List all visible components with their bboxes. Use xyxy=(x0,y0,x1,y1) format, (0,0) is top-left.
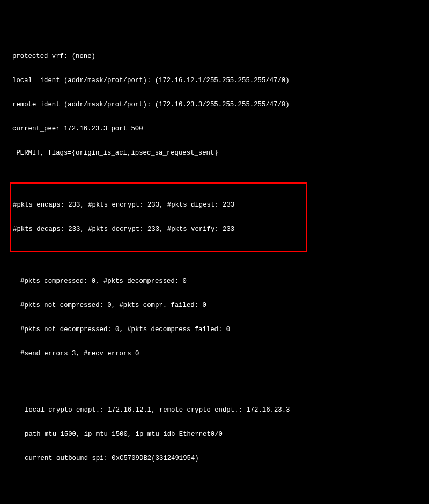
pkts-highlight-box: #pkts encaps: 233, #pkts encrypt: 233, #… xyxy=(10,182,307,252)
terminal-output: protected vrf: (none) local ident (addr/… xyxy=(4,36,429,504)
pkts-not-decompressed: #pkts not decompressed: 0, #pkts decompr… xyxy=(4,326,429,334)
pkts-not-compressed: #pkts not compressed: 0, #pkts compr. fa… xyxy=(4,302,429,310)
remote-ident: remote ident (addr/mask/prot/port): (172… xyxy=(4,101,429,109)
current-peer: current_peer 172.16.23.3 port 500 xyxy=(4,125,429,133)
path-mtu: path mtu 1500, ip mtu 1500, ip mtu idb E… xyxy=(4,430,429,439)
protected-vrf: protected vrf: (none) xyxy=(4,53,429,61)
local-ident: local ident (addr/mask/prot/port): (172.… xyxy=(4,77,429,85)
permit-flags: PERMIT, flags={origin_is_acl,ipsec_sa_re… xyxy=(4,149,429,157)
pkts-encaps: #pkts encaps: 233, #pkts encrypt: 233, #… xyxy=(13,201,304,209)
crypto-endpt: local crypto endpt.: 172.16.12.1, remote… xyxy=(4,406,429,414)
outbound-spi: current outbound spi: 0xC5709DB2(3312491… xyxy=(4,455,429,463)
pkts-compressed: #pkts compressed: 0, #pkts decompressed:… xyxy=(4,277,429,286)
send-recv-errors: #send errors 3, #recv errors 0 xyxy=(4,350,429,358)
pkts-decaps: #pkts decaps: 233, #pkts decrypt: 233, #… xyxy=(13,225,304,233)
